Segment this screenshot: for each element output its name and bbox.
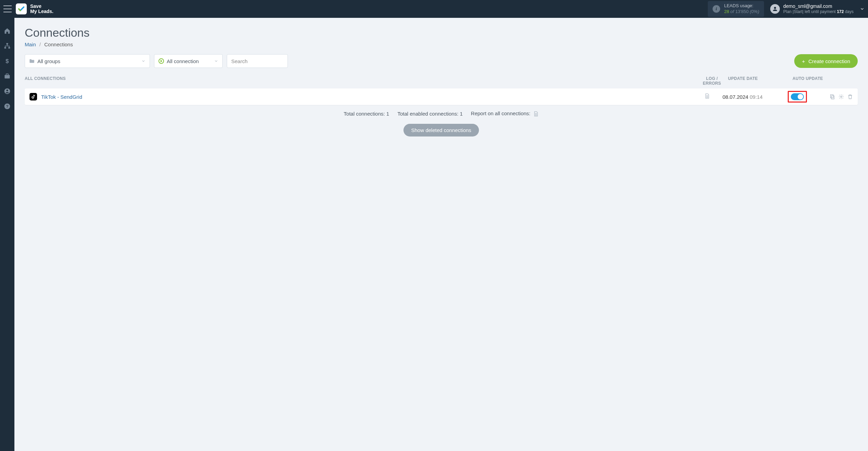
chevron-down-icon (214, 59, 218, 63)
breadcrumb: Main / Connections (25, 41, 858, 47)
summary-row: Total connections: 1 Total enabled conne… (25, 110, 858, 117)
leads-of: of (730, 9, 734, 14)
chevron-down-icon[interactable] (860, 7, 865, 11)
svg-rect-3 (8, 47, 10, 48)
svg-text:$: $ (5, 58, 9, 64)
info-icon: i (713, 5, 720, 13)
search-input[interactable] (227, 54, 288, 68)
report-all: Report on all connections: (471, 110, 539, 117)
col-header-name: ALL CONNECTIONS (25, 76, 696, 86)
chevron-down-icon (141, 59, 145, 63)
gear-icon[interactable] (838, 94, 844, 99)
trash-icon[interactable] (847, 94, 853, 99)
connection-date: 08.07.2024 09:14 (723, 94, 788, 100)
svg-point-12 (841, 96, 842, 97)
svg-point-7 (7, 90, 8, 91)
tiktok-icon (30, 93, 37, 100)
col-header-auto: AUTO UPDATE (793, 76, 830, 86)
play-circle-icon (159, 58, 164, 64)
groups-select[interactable]: All groups (25, 54, 150, 68)
briefcase-icon[interactable] (4, 73, 11, 80)
user-icon[interactable] (4, 88, 11, 95)
help-icon[interactable]: ? (4, 103, 11, 110)
leads-usage-label: LEADS usage: (724, 3, 759, 9)
svg-rect-2 (4, 47, 6, 48)
svg-rect-11 (831, 95, 833, 98)
top-header: Save My Leads. i LEADS usage: 28 of 13'8… (0, 0, 868, 18)
svg-rect-10 (831, 96, 834, 99)
home-icon[interactable] (4, 27, 11, 34)
col-header-date: UPDATE DATE (727, 76, 793, 86)
hamburger-menu-icon[interactable] (3, 5, 12, 12)
folder-icon (29, 59, 35, 63)
leads-pct: (0%) (750, 9, 759, 14)
col-header-log: LOG / ERRORS (696, 76, 727, 86)
highlighted-area (788, 91, 807, 103)
main-content: Connections Main / Connections All group… (14, 18, 868, 152)
breadcrumb-main[interactable]: Main (25, 41, 36, 47)
dollar-icon[interactable]: $ (4, 58, 11, 64)
report-icon[interactable] (533, 111, 539, 117)
filter-row: All groups All connection + Create conne… (25, 54, 858, 68)
svg-text:?: ? (6, 104, 8, 108)
user-menu[interactable]: demo_sml@gmail.com Plan |Start| left unt… (770, 3, 854, 15)
leads-usage-widget[interactable]: i LEADS usage: 28 of 13'850 (0%) (708, 1, 764, 17)
leads-used: 28 (724, 9, 729, 14)
leads-total: 13'850 (735, 9, 749, 14)
table-header: ALL CONNECTIONS LOG / ERRORS UPDATE DATE… (25, 73, 858, 88)
svg-point-0 (774, 7, 776, 9)
breadcrumb-current: Connections (44, 41, 73, 47)
svg-rect-5 (5, 75, 10, 79)
create-connection-button[interactable]: + Create connection (794, 54, 858, 68)
user-email: demo_sml@gmail.com (783, 3, 854, 9)
plus-icon: + (802, 58, 805, 64)
enabled-connections: Total enabled connections: 1 (397, 111, 462, 117)
auto-update-toggle[interactable] (791, 93, 804, 100)
sitemap-icon[interactable] (4, 43, 11, 49)
log-icon[interactable] (704, 93, 710, 99)
page-title: Connections (25, 26, 858, 39)
status-select[interactable]: All connection (154, 54, 223, 68)
show-deleted-button[interactable]: Show deleted connections (403, 124, 479, 137)
total-connections: Total connections: 1 (344, 111, 389, 117)
user-plan: Plan |Start| left until payment 172 days (783, 9, 854, 15)
avatar-icon (770, 4, 780, 14)
copy-icon[interactable] (830, 94, 835, 99)
brand-name: Save My Leads. (30, 4, 54, 14)
svg-rect-1 (7, 43, 8, 45)
connection-row: TikTok - SendGrid 08.07.2024 09:14 (25, 88, 858, 105)
brand-logo[interactable] (16, 3, 27, 14)
left-sidebar: $ ? (0, 18, 14, 451)
connection-name-link[interactable]: TikTok - SendGrid (41, 94, 692, 100)
